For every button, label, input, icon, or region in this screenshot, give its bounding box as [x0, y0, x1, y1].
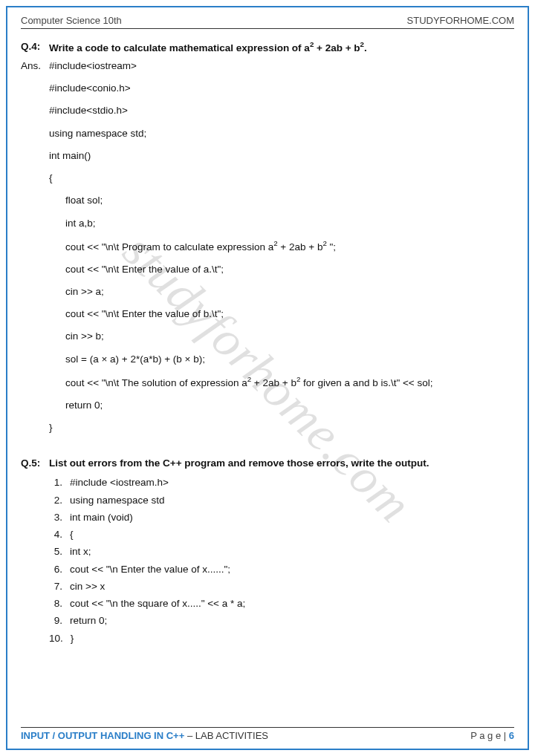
q5-answer: 1.#include <iostream.h> 2.using namespac… [21, 474, 514, 648]
item-code: cout << "\n the square of x....." << a *… [70, 596, 245, 611]
item-code: int main (void) [70, 510, 133, 525]
code-line: } [49, 420, 514, 435]
item-code: using namespace std [70, 493, 165, 508]
q4-text-part: + 2ab + b [314, 42, 360, 53]
q4-code: #include<iostream> #include<conio.h> #in… [49, 59, 514, 443]
list-item: 7.cin >> x [49, 579, 514, 594]
item-no: 2. [49, 493, 70, 508]
list-item: 5.int x; [49, 544, 514, 559]
item-code: cout << "\n Enter the value of x......"; [70, 562, 230, 577]
code-line: int a,b; [49, 216, 514, 231]
ans-label: Ans. [21, 59, 49, 443]
footer-title: INPUT / OUTPUT HANDLING IN C++ [21, 730, 184, 741]
q4-text-part: . [364, 42, 367, 53]
item-no: 8. [49, 596, 70, 611]
item-no: 7. [49, 579, 70, 594]
q4-text-part: Write a code to calculate mathematical e… [49, 42, 310, 53]
code-line: cin >> b; [49, 329, 514, 344]
footer-subtitle: – LAB ACTIVITIES [184, 730, 268, 741]
code-line: return 0; [49, 398, 514, 413]
page-number: 6 [509, 730, 514, 741]
q4-text: Write a code to calculate mathematical e… [49, 39, 514, 56]
code-line: cout << "\n\t Program to calculate expre… [49, 238, 514, 255]
code-line: cout << "\n\t Enter the value of b.\t"; [49, 307, 514, 322]
body: Q.4: Write a code to calculate mathemati… [21, 39, 514, 727]
header-left: Computer Science 10th [21, 15, 122, 26]
item-no: 4. [49, 527, 70, 542]
list-item: 10.} [49, 631, 514, 646]
page-label: P a g e | [470, 730, 509, 741]
q5-label: Q.5: [21, 456, 49, 471]
code-line: sol = (a × a) + 2*(a*b) + (b × b); [49, 352, 514, 367]
q5-text: List out errors from the C++ program and… [49, 456, 514, 471]
code-line: using namespace std; [49, 126, 514, 141]
item-code: #include <iostream.h> [70, 475, 169, 490]
footer-left: INPUT / OUTPUT HANDLING IN C++ – LAB ACT… [21, 730, 268, 741]
list-item: 9.return 0; [49, 613, 514, 628]
code-text: cout << "\n\t Program to calculate expre… [65, 241, 273, 252]
code-text: + 2ab + b [251, 377, 296, 388]
item-code: return 0; [70, 613, 107, 628]
code-text: + 2ab + b [278, 241, 323, 252]
spacer [21, 474, 49, 648]
code-text: for given a and b is.\t" << sol; [300, 377, 432, 388]
item-no: 3. [49, 510, 70, 525]
item-no: 5. [49, 544, 70, 559]
item-no: 9. [49, 613, 70, 628]
item-no: 1. [49, 475, 70, 490]
page-content: Computer Science 10th STUDYFORHOME.COM Q… [7, 7, 528, 749]
list-item: 2.using namespace std [49, 493, 514, 508]
code-text: "; [327, 241, 336, 252]
list-item: 6.cout << "\n Enter the value of x......… [49, 562, 514, 577]
code-line: #include<iostream> [49, 59, 514, 74]
page-header: Computer Science 10th STUDYFORHOME.COM [21, 15, 514, 29]
q4-answer: Ans. #include<iostream> #include<conio.h… [21, 59, 514, 443]
list-item: 3.int main (void) [49, 510, 514, 525]
code-line: cin >> a; [49, 284, 514, 299]
item-no: 10. [49, 631, 71, 646]
code-text: cout << "\n\t The solution of expression… [65, 377, 247, 388]
footer-right: P a g e | 6 [470, 730, 514, 741]
header-right: STUDYFORHOME.COM [407, 15, 514, 26]
item-code: } [71, 631, 74, 646]
code-line: float sol; [49, 193, 514, 208]
page-footer: INPUT / OUTPUT HANDLING IN C++ – LAB ACT… [21, 727, 514, 741]
item-code: cin >> x [70, 579, 105, 594]
code-line: int main() [49, 149, 514, 163]
list-item: 8.cout << "\n the square of x....." << a… [49, 596, 514, 611]
item-code: int x; [70, 544, 91, 559]
q4-label: Q.4: [21, 39, 49, 56]
item-no: 6. [49, 562, 70, 577]
list-item: 4.{ [49, 527, 514, 542]
code-line: cout << "\n\t Enter the value of a.\t"; [49, 262, 514, 277]
code-line: cout << "\n\t The solution of expression… [49, 374, 514, 391]
list-item: 1.#include <iostream.h> [49, 475, 514, 490]
code-line: #include<stdio.h> [49, 103, 514, 118]
item-code: { [70, 527, 74, 542]
code-line: #include<conio.h> [49, 81, 514, 96]
q5-code-list: 1.#include <iostream.h> 2.using namespac… [49, 475, 514, 648]
code-line: { [49, 171, 514, 186]
q5-row: Q.5: List out errors from the C++ progra… [21, 456, 514, 471]
q4-row: Q.4: Write a code to calculate mathemati… [21, 39, 514, 56]
